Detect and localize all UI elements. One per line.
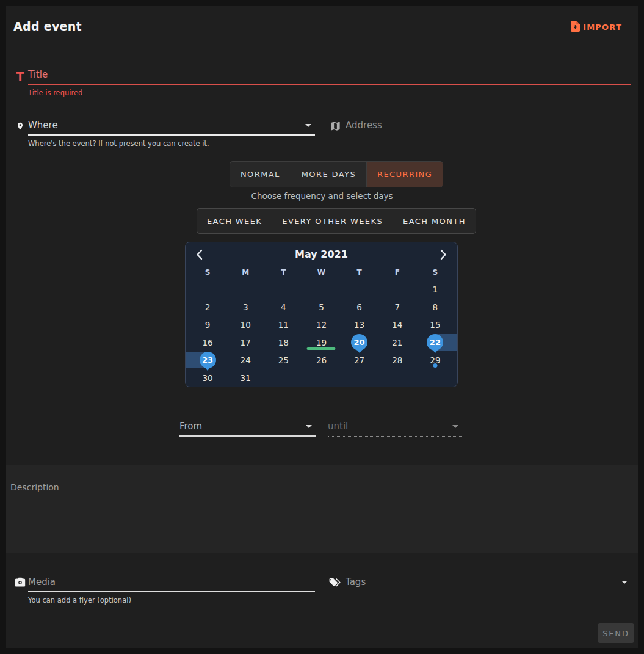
calendar-day-28[interactable]: 28 (378, 351, 416, 369)
calendar-day-7[interactable]: 7 (378, 298, 416, 316)
dialog-panel: Add event IMPORT T Title Titl (6, 6, 638, 648)
calendar-day-31[interactable]: 31 (226, 369, 264, 387)
calendar-day-1[interactable]: 1 (416, 280, 454, 298)
address-field-row: Address (328, 119, 631, 136)
day-number: 28 (392, 355, 402, 365)
calendar-day-20[interactable]: 20 (341, 333, 378, 351)
calendar-day-24[interactable]: 24 (226, 351, 264, 369)
day-number: 18 (278, 338, 289, 347)
description-textarea[interactable] (10, 540, 634, 540)
import-label: IMPORT (583, 23, 622, 32)
tags-field-row: Tags (328, 576, 631, 592)
where-select[interactable]: Where (28, 119, 315, 136)
calendar-day-22[interactable]: 22 (416, 333, 454, 351)
from-field-row: From (179, 420, 316, 437)
day-number: 17 (241, 338, 251, 347)
day-number: 24 (241, 355, 251, 365)
day-number: 29 (430, 355, 440, 365)
day-number: 8 (433, 302, 438, 312)
until-select[interactable]: until (328, 420, 462, 437)
chevron-down-icon (306, 425, 312, 428)
media-input[interactable]: Media (28, 576, 315, 592)
tags-placeholder: Tags (346, 576, 366, 587)
chevron-down-icon (305, 124, 311, 127)
today-underline-marker (307, 347, 336, 350)
tab-recurring[interactable]: RECURRING (367, 162, 443, 187)
day-number: 5 (319, 302, 324, 312)
tab-more-days[interactable]: MORE DAYS (291, 162, 367, 187)
day-number: 21 (392, 338, 402, 347)
calendar-day-10[interactable]: 10 (226, 316, 264, 333)
calendar-day-16[interactable]: 16 (189, 333, 226, 351)
day-number: 3 (243, 302, 248, 312)
chevron-down-icon (621, 581, 628, 584)
day-number: 26 (316, 355, 327, 365)
calendar-day-13[interactable]: 13 (341, 316, 378, 333)
calendar-day-3[interactable]: 3 (226, 298, 264, 316)
calendar-month-label: May 2021 (295, 249, 348, 260)
tags-select[interactable]: Tags (346, 576, 631, 592)
calendar-day-29[interactable]: 29 (416, 351, 454, 369)
calendar-day-empty (378, 280, 416, 298)
media-field-row: Media You can add a flyer (optional) (13, 576, 315, 605)
calendar-day-5[interactable]: 5 (302, 298, 340, 316)
calendar-day-30[interactable]: 30 (189, 369, 226, 387)
calendar-day-9[interactable]: 9 (189, 316, 226, 333)
calendar-day-2[interactable]: 2 (189, 298, 226, 316)
calendar-day-6[interactable]: 6 (341, 298, 378, 316)
chevron-down-icon (452, 425, 458, 428)
calendar-day-empty (264, 280, 302, 298)
until-field-row: until (328, 420, 462, 437)
send-button[interactable]: SEND (598, 623, 634, 643)
calendar-day-17[interactable]: 17 (226, 333, 264, 351)
calendar-day-21[interactable]: 21 (378, 333, 416, 351)
day-number: 15 (430, 320, 440, 330)
day-number: 16 (202, 338, 212, 347)
calendar: May 2021 SMTWTFS 12345678910111213141516… (185, 242, 458, 387)
calendar-day-23[interactable]: 23 (189, 351, 226, 369)
calendar-day-26[interactable]: 26 (302, 351, 340, 369)
calendar-day-empty (264, 369, 302, 387)
calendar-day-empty (341, 369, 378, 387)
weekday-header: T (264, 268, 302, 277)
calendar-day-8[interactable]: 8 (416, 298, 454, 316)
calendar-day-empty (341, 280, 378, 298)
calendar-next-month-button[interactable] (439, 249, 447, 260)
calendar-day-empty (302, 280, 340, 298)
day-number: 31 (241, 373, 251, 383)
title-placeholder: Title (28, 69, 48, 80)
calendar-day-12[interactable]: 12 (302, 316, 340, 333)
calendar-day-25[interactable]: 25 (264, 351, 302, 369)
tab-normal[interactable]: NORMAL (230, 162, 291, 187)
calendar-day-18[interactable]: 18 (264, 333, 302, 351)
title-field-row: T Title Title is required (13, 68, 631, 97)
frequency-each-month-button[interactable]: EACH MONTH (393, 209, 476, 233)
title-error-message: Title is required (28, 89, 631, 97)
calendar-day-4[interactable]: 4 (264, 298, 302, 316)
weekday-header: M (226, 268, 264, 277)
frequency-each-week-button[interactable]: EACH WEEK (197, 209, 272, 233)
calendar-prev-month-button[interactable] (195, 249, 204, 260)
day-number: 12 (316, 320, 327, 330)
frequency-every-other-weeks-button[interactable]: EVERY OTHER WEEKS (272, 209, 393, 233)
import-button[interactable]: IMPORT (571, 21, 622, 34)
title-input[interactable]: Title (28, 68, 631, 85)
from-select[interactable]: From (179, 420, 316, 437)
from-label: From (179, 421, 202, 432)
frequency-caption: Choose frequency and select days (6, 191, 638, 201)
selected-day-balloon: 20 (351, 334, 367, 351)
calendar-day-empty (416, 369, 454, 387)
address-input[interactable]: Address (346, 119, 631, 136)
where-field-row: Where Where's the event? If not present … (13, 119, 315, 148)
calendar-day-empty (302, 369, 340, 387)
calendar-day-15[interactable]: 15 (416, 316, 454, 333)
calendar-day-19[interactable]: 19 (302, 333, 340, 351)
description-section: Description (6, 465, 638, 553)
file-import-icon (571, 21, 580, 34)
day-number: 7 (394, 302, 400, 312)
address-placeholder: Address (346, 120, 382, 131)
calendar-day-27[interactable]: 27 (341, 351, 378, 369)
media-helper-text: You can add a flyer (optional) (28, 596, 315, 605)
calendar-day-14[interactable]: 14 (378, 316, 416, 333)
calendar-day-11[interactable]: 11 (264, 316, 302, 333)
